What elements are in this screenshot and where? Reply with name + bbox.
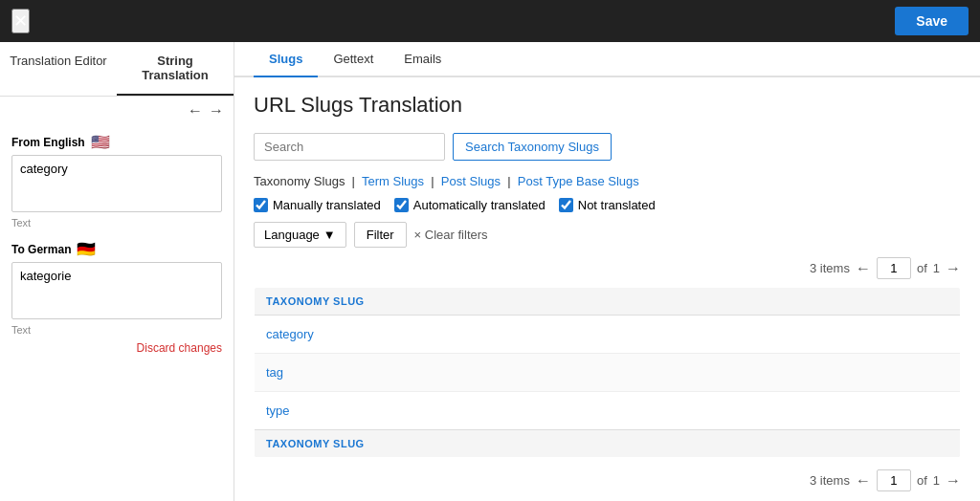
pagination-bottom: 3 items ← of 1 → bbox=[254, 469, 961, 491]
checkbox-manually[interactable]: Manually translated bbox=[254, 198, 381, 212]
table-row: category bbox=[255, 316, 961, 354]
filter-term-slugs[interactable]: Term Slugs bbox=[362, 174, 424, 188]
table-row: tag bbox=[255, 354, 961, 392]
chevron-down-icon: ▼ bbox=[323, 228, 336, 242]
slug-link[interactable]: tag bbox=[266, 365, 283, 380]
left-nav-arrows: ← → bbox=[0, 97, 234, 125]
checkbox-not-label: Not translated bbox=[578, 198, 656, 212]
table-footer-row: TAXONOMY SLUG bbox=[255, 430, 961, 458]
from-type: Text bbox=[11, 217, 222, 229]
from-flag: 🇺🇸 bbox=[91, 133, 110, 151]
table-row: type bbox=[255, 392, 961, 430]
list-item[interactable]: type bbox=[255, 392, 961, 430]
search-taxonomy-slugs-button[interactable]: Search Taxonomy Slugs bbox=[453, 133, 612, 161]
filter-button[interactable]: Filter bbox=[354, 222, 407, 248]
of-label-bottom: of bbox=[917, 473, 927, 488]
tab-emails[interactable]: Emails bbox=[389, 42, 457, 77]
checkbox-manually-input[interactable] bbox=[254, 198, 268, 212]
next-arrow[interactable]: → bbox=[209, 102, 224, 120]
from-label: From English 🇺🇸 bbox=[11, 133, 222, 151]
content-area: URL Slugs Translation Search Taxonomy Sl… bbox=[234, 77, 980, 501]
items-count-bottom: 3 items bbox=[810, 473, 850, 488]
checkbox-auto[interactable]: Automatically translated bbox=[394, 198, 546, 212]
table-header-row: TAXONOMY SLUG bbox=[255, 288, 961, 316]
list-item[interactable]: tag bbox=[255, 354, 961, 392]
list-item[interactable]: category bbox=[255, 316, 961, 354]
from-textarea[interactable]: category bbox=[11, 155, 222, 212]
right-tabs: Slugs Gettext Emails bbox=[234, 42, 980, 77]
filter-post-type-base[interactable]: Post Type Base Slugs bbox=[518, 174, 639, 188]
left-panel: Translation Editor String Translation ← … bbox=[0, 42, 234, 501]
prev-page-top[interactable]: ← bbox=[856, 260, 871, 277]
next-page-top[interactable]: → bbox=[946, 260, 961, 277]
checkbox-not[interactable]: Not translated bbox=[559, 198, 656, 212]
to-label-text: To German bbox=[11, 243, 71, 256]
checkbox-manually-label: Manually translated bbox=[273, 198, 381, 212]
from-field-section: From English 🇺🇸 category Text bbox=[0, 125, 234, 232]
slug-link[interactable]: type bbox=[266, 403, 290, 418]
page-title: URL Slugs Translation bbox=[254, 93, 961, 118]
filter-links: Taxonomy Slugs | Term Slugs | Post Slugs… bbox=[254, 174, 961, 188]
table-header-slug: TAXONOMY SLUG bbox=[255, 288, 961, 316]
checkbox-row: Manually translated Automatically transl… bbox=[254, 198, 961, 212]
total-pages-bottom: 1 bbox=[933, 473, 940, 488]
main-layout: Translation Editor String Translation ← … bbox=[0, 42, 980, 501]
tab-translation-editor[interactable]: Translation Editor bbox=[0, 42, 117, 96]
page-input-top[interactable]: 1 bbox=[877, 257, 911, 279]
discard-row: Discard changes bbox=[0, 339, 234, 362]
table-footer-slug: TAXONOMY SLUG bbox=[255, 430, 961, 458]
slug-link[interactable]: category bbox=[266, 327, 314, 341]
filter-prefix: Taxonomy Slugs bbox=[254, 174, 345, 188]
right-panel: Slugs Gettext Emails URL Slugs Translati… bbox=[234, 42, 980, 501]
discard-changes-link[interactable]: Discard changes bbox=[137, 341, 222, 355]
to-type: Text bbox=[11, 324, 222, 336]
clear-filters-link[interactable]: × Clear filters bbox=[414, 228, 488, 242]
to-field-section: To German 🇩🇪 kategorie Text bbox=[0, 232, 234, 339]
search-row: Search Taxonomy Slugs bbox=[254, 133, 961, 161]
close-button[interactable]: ✕ bbox=[11, 9, 30, 33]
tab-string-translation[interactable]: String Translation bbox=[117, 42, 234, 96]
from-label-text: From English bbox=[11, 136, 85, 149]
total-pages-top: 1 bbox=[933, 261, 940, 275]
page-input-bottom[interactable] bbox=[877, 469, 911, 491]
filter-post-slugs[interactable]: Post Slugs bbox=[441, 174, 501, 188]
checkbox-auto-input[interactable] bbox=[394, 198, 409, 212]
slug-table: TAXONOMY SLUG categorytagtype TAXONOMY S… bbox=[254, 287, 961, 458]
top-bar: ✕ Save bbox=[0, 0, 980, 42]
pagination-top: 3 items ← 1 of 1 → bbox=[254, 257, 961, 279]
save-button[interactable]: Save bbox=[895, 7, 969, 35]
prev-arrow[interactable]: ← bbox=[188, 102, 203, 120]
tab-gettext[interactable]: Gettext bbox=[318, 42, 389, 77]
checkbox-not-input[interactable] bbox=[559, 198, 573, 212]
to-label: To German 🇩🇪 bbox=[11, 240, 222, 258]
next-page-bottom[interactable]: → bbox=[946, 472, 961, 490]
language-button[interactable]: Language ▼ bbox=[254, 222, 346, 248]
left-tabs: Translation Editor String Translation bbox=[0, 42, 234, 97]
language-label: Language bbox=[264, 228, 320, 242]
of-label-top: of bbox=[917, 261, 927, 275]
prev-page-bottom[interactable]: ← bbox=[856, 472, 871, 490]
search-input[interactable] bbox=[254, 133, 445, 161]
items-count-top: 3 items bbox=[810, 261, 850, 275]
checkbox-auto-label: Automatically translated bbox=[413, 198, 546, 212]
action-row: Language ▼ Filter × Clear filters bbox=[254, 222, 961, 248]
to-flag: 🇩🇪 bbox=[77, 240, 96, 258]
tab-slugs[interactable]: Slugs bbox=[254, 42, 318, 77]
to-textarea[interactable]: kategorie bbox=[11, 262, 222, 319]
